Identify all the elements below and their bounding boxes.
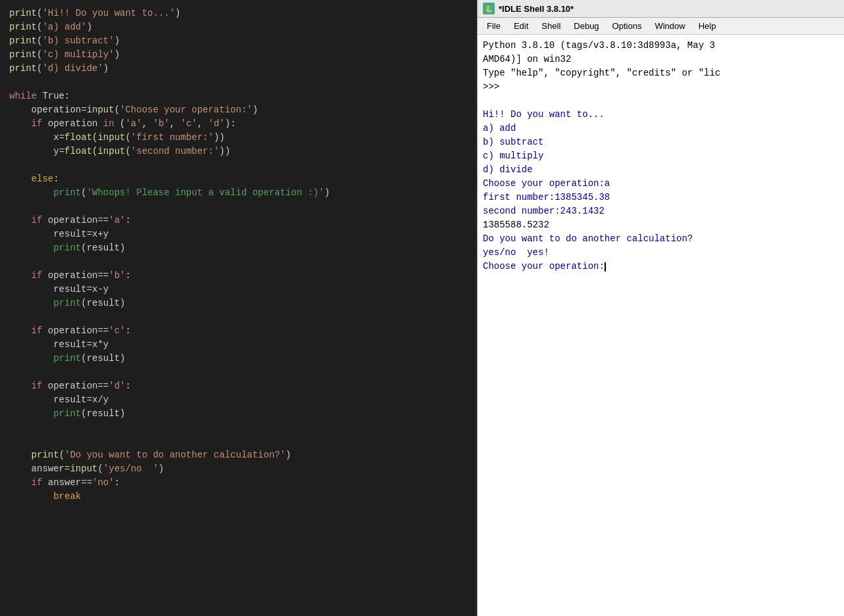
code-line: if operation in ('a', 'b', 'c', 'd'): <box>9 117 468 131</box>
shell-content[interactable]: Python 3.8.10 (tags/v3.8.10:3d8993a, May… <box>478 35 844 616</box>
shell-output-line: d) divide <box>483 163 839 177</box>
code-line: print('Whoops! Please input a valid oper… <box>9 186 468 200</box>
code-line: if operation=='d': <box>9 379 468 393</box>
shell-intro-line: >>> <box>483 80 839 94</box>
code-line: print('d) divide') <box>9 62 468 76</box>
code-line: print('b) subtract') <box>9 34 468 48</box>
code-line: x=float(input('first number:')) <box>9 131 468 145</box>
code-line: if operation=='b': <box>9 269 468 283</box>
menu-item-help[interactable]: Help <box>692 20 723 32</box>
shell-output-line: yes/no yes! <box>483 246 839 260</box>
menu-item-file[interactable]: File <box>480 20 507 32</box>
shell-intro-line: Type "help", "copyright", "credits" or "… <box>483 66 839 80</box>
shell-output-line: first number:1385345.38 <box>483 191 839 204</box>
shell-intro-line: AMD64)] on win32 <box>483 53 839 66</box>
code-editor[interactable]: print('Hi!! Do you want to...')print('a)… <box>0 0 477 616</box>
code-line: while True: <box>9 89 468 103</box>
code-line: answer=input('yes/no ') <box>9 462 468 476</box>
shell-output-line: second number:243.1432 <box>483 204 839 218</box>
idle-title: *IDLE Shell 3.8.10* <box>499 4 574 14</box>
code-line: result=x-y <box>9 283 468 296</box>
titlebar: 🐍 *IDLE Shell 3.8.10* <box>478 0 844 18</box>
shell-output-line: c) multiply <box>483 149 839 163</box>
shell-output-line: Do you want to do another calculation? <box>483 232 839 246</box>
menu-item-shell[interactable]: Shell <box>535 20 567 32</box>
shell-intro-line: Python 3.8.10 (tags/v3.8.10:3d8993a, May… <box>483 39 839 53</box>
code-line: print('Hi!! Do you want to...') <box>9 7 468 20</box>
code-line: result=x+y <box>9 227 468 241</box>
code-line: result=x/y <box>9 393 468 407</box>
shell-output-line: a) add <box>483 122 839 135</box>
shell-output-line: 1385588.5232 <box>483 218 839 232</box>
shell-output-line: Choose your operation:a <box>483 177 839 191</box>
code-line: operation=input('Choose your operation:'… <box>9 103 468 117</box>
idle-shell: 🐍 *IDLE Shell 3.8.10* FileEditShellDebug… <box>477 0 844 616</box>
menu-item-window[interactable]: Window <box>648 20 691 32</box>
code-line: print('Do you want to do another calcula… <box>9 448 468 462</box>
code-line: print('a) add') <box>9 20 468 34</box>
shell-output-line: b) subtract <box>483 135 839 149</box>
menubar: FileEditShellDebugOptionsWindowHelp <box>478 18 844 35</box>
code-line: if operation=='a': <box>9 214 468 227</box>
code-line: print(result) <box>9 241 468 255</box>
code-line: print('c) multiply') <box>9 48 468 62</box>
code-line: if operation=='c': <box>9 324 468 338</box>
code-line: if answer=='no': <box>9 476 468 490</box>
code-line: y=float(input('second number:')) <box>9 145 468 158</box>
code-line: print(result) <box>9 407 468 421</box>
menu-item-debug[interactable]: Debug <box>567 20 605 32</box>
shell-output-line: Hi!! Do you want to... <box>483 108 839 122</box>
code-line: print(result) <box>9 296 468 310</box>
code-line: else: <box>9 172 468 186</box>
code-line: break <box>9 490 468 504</box>
code-line: print(result) <box>9 352 468 366</box>
shell-output-line: Choose your operation: <box>483 260 839 273</box>
menu-item-options[interactable]: Options <box>606 20 649 32</box>
cursor <box>605 262 606 272</box>
idle-icon: 🐍 <box>483 3 495 14</box>
code-line: result=x*y <box>9 338 468 352</box>
menu-item-edit[interactable]: Edit <box>507 20 535 32</box>
